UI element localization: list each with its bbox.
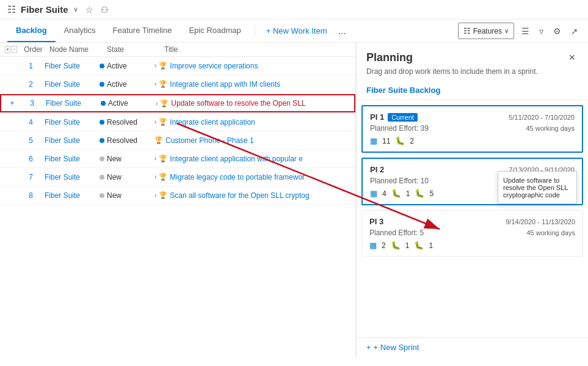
new-sprint-label: + New Sprint <box>374 343 419 352</box>
table-row-highlighted[interactable]: + 3 Fiber Suite Active ›🏆Update software… <box>0 94 355 112</box>
planning-panel: Planning ✕ Drag and drop work items to i… <box>356 43 588 357</box>
row-order: 6 <box>17 155 45 163</box>
row-node: Fiber Suite <box>45 173 100 181</box>
row-order: 7 <box>17 173 45 181</box>
new-work-item-button[interactable]: + New Work Item <box>260 23 333 39</box>
sprint-effort-pi3: Planned Effort: 5 <box>369 229 424 237</box>
features-chevron: ∨ <box>504 27 509 34</box>
sprint-stories-count-pi2: 4 <box>382 189 387 198</box>
expand-icon[interactable]: ➚ <box>568 24 581 38</box>
main-content: + - Order Node Name State Title 1 Fiber … <box>0 43 588 357</box>
sprint-dates-pi3: 9/14/2020 - 11/13/2020 <box>506 218 575 225</box>
sprint-stories-count-pi1: 11 <box>382 137 390 145</box>
row-order: 2 <box>17 80 45 89</box>
sprint-bug2-count-pi3: 1 <box>429 241 433 250</box>
col-header-node: Node Name <box>49 45 104 54</box>
app-title: Fiber Suite <box>21 4 68 15</box>
row-node: Fiber Suite <box>45 136 100 145</box>
sprint-card-pi3[interactable]: PI 3 9/14/2020 - 11/13/2020 Planned Effo… <box>361 210 583 257</box>
top-bar: ☷ Fiber Suite ∨ ☆ ⚇ <box>0 0 588 20</box>
nav-more-button[interactable]: ... <box>333 22 351 40</box>
table-row[interactable]: 6 Fiber Suite New ›🏆Integrate client app… <box>0 150 355 168</box>
table-row[interactable]: 1 Fiber Suite Active ›🏆Improve service o… <box>0 57 355 75</box>
planning-header-row: Planning ✕ <box>366 50 578 65</box>
planning-close-button[interactable]: ✕ <box>566 50 578 65</box>
row-order: 1 <box>17 62 45 70</box>
row-title: ›🏆Migrate legacy code to portable framew… <box>154 173 350 181</box>
row-order: 5 <box>17 136 45 145</box>
row-state: New <box>100 191 154 200</box>
row-order: 4 <box>17 118 45 126</box>
app-person[interactable]: ⚇ <box>101 5 109 15</box>
col-header-order: Order <box>20 45 47 54</box>
backlog-header: + - Order Node Name State Title <box>0 43 355 57</box>
nav-bar: Backlog Analytics Feature Timeline Epic … <box>0 20 588 43</box>
table-row[interactable]: 8 Fiber Suite New ›🏆Scan all software fo… <box>0 186 355 205</box>
sprint-dates-pi1: 5/11/2020 - 7/10/2020 <box>509 114 575 121</box>
table-row[interactable]: 7 Fiber Suite New ›🏆Migrate legacy code … <box>0 168 355 186</box>
filter-icon[interactable]: ▿ <box>537 24 546 38</box>
sprint-workdays-pi3: 45 working days <box>527 229 576 236</box>
row-order: 8 <box>17 191 45 200</box>
row-state: Active <box>101 99 156 108</box>
sprint-card-pi2[interactable]: PI 2 7/13/2020 - 9/11/2020 Planned Effor… <box>361 158 583 205</box>
expand-all-icon[interactable]: + <box>5 46 10 53</box>
row-node: Fiber Suite <box>45 118 100 126</box>
planning-desc: Drag and drop work items to include them… <box>366 67 578 76</box>
planning-sprints: PI 1 Current 5/11/2020 - 7/10/2020 Plann… <box>357 100 588 337</box>
sprint-bug-icon-pi2: 🐛 <box>391 189 401 198</box>
tab-analytics[interactable]: Analytics <box>56 20 104 42</box>
sprint-effort-pi1: Planned Effort: 39 <box>370 124 429 133</box>
tab-epic-roadmap[interactable]: Epic Roadmap <box>180 20 249 42</box>
sprint-current-badge: Current <box>388 113 418 122</box>
sprint-bug-count-pi2: 1 <box>406 189 410 198</box>
row-title: ›🏆Scan all software for the Open SLL cry… <box>154 191 350 200</box>
features-button[interactable]: ☷ Features ∨ <box>458 23 514 39</box>
sprint-bug2-icon-pi3: 🐛 <box>414 241 424 250</box>
sprint-bug-icon-pi1: 🐛 <box>395 136 405 145</box>
features-icon: ☷ <box>463 26 471 35</box>
row-state: Resolved <box>100 118 154 126</box>
sprint-pi2-tooltip: Update software to resolve the Open SLL … <box>498 171 577 204</box>
sprint-stories-count-pi3: 2 <box>382 241 386 250</box>
col-header-title: Title <box>164 45 350 54</box>
tab-backlog[interactable]: Backlog <box>7 20 56 42</box>
new-sprint-button[interactable]: + + New Sprint <box>357 337 588 357</box>
tab-feature-timeline[interactable]: Feature Timeline <box>104 20 181 42</box>
nav-right: ☷ Features ∨ ☰ ▿ ⚙ ➚ <box>458 23 581 39</box>
row-node: Fiber Suite <box>45 155 100 163</box>
sprint-stories-icon-pi3: ▦ <box>369 241 377 250</box>
settings-icon[interactable]: ⚙ <box>551 24 564 38</box>
collapse-all-icon[interactable]: - <box>12 46 17 53</box>
planning-title: Planning <box>366 51 413 64</box>
row-title: ›🏆Integrate client application with popu… <box>154 155 350 163</box>
sprint-bug-count-pi1: 2 <box>410 137 414 145</box>
row-order: 3 <box>18 99 46 108</box>
sprint-items-pi3: ▦ 2 🐛 1 🐛 1 <box>369 241 575 250</box>
sprint-name-pi1: PI 1 <box>370 112 384 122</box>
features-label: Features <box>473 27 502 35</box>
row-node: Fiber Suite <box>45 80 100 89</box>
sprint-card-pi1[interactable]: PI 1 Current 5/11/2020 - 7/10/2020 Plann… <box>361 105 583 153</box>
row-node: Fiber Suite <box>45 62 100 70</box>
sprint-effort-row-pi1: Planned Effort: 39 45 working days <box>370 124 575 133</box>
table-row[interactable]: 5 Fiber Suite Resolved 🏆Customer Phone -… <box>0 131 355 150</box>
sprint-bug2-icon-pi2: 🐛 <box>415 189 424 198</box>
grid-icon: ☷ <box>7 4 16 15</box>
row-state: Active <box>100 62 154 70</box>
app-star[interactable]: ☆ <box>85 5 93 15</box>
row-state: Active <box>100 80 154 89</box>
row-title: 🏆Customer Phone - Phase 1 <box>154 136 350 145</box>
filter-adjust-icon[interactable]: ☰ <box>519 24 532 38</box>
row-node: Fiber Suite <box>46 99 101 108</box>
sprint-items-pi1: ▦ 11 🐛 2 <box>370 136 575 145</box>
new-sprint-plus-icon: + <box>366 343 371 352</box>
app-chevron[interactable]: ∨ <box>73 5 78 13</box>
table-row[interactable]: 2 Fiber Suite Active ›🏆Integrate client … <box>0 75 355 93</box>
row-title: ›🏆Integrate client application <box>154 118 350 126</box>
planning-backlog-title: Fiber Suite Backlog <box>357 81 588 100</box>
sprint-name-pi3: PI 3 <box>369 217 383 226</box>
sprint-bug2-count-pi2: 5 <box>429 189 434 198</box>
table-row[interactable]: 4 Fiber Suite Resolved ›🏆Integrate clien… <box>0 113 355 131</box>
row-title: ›🏆Integrate client app with IM clients <box>154 80 350 89</box>
